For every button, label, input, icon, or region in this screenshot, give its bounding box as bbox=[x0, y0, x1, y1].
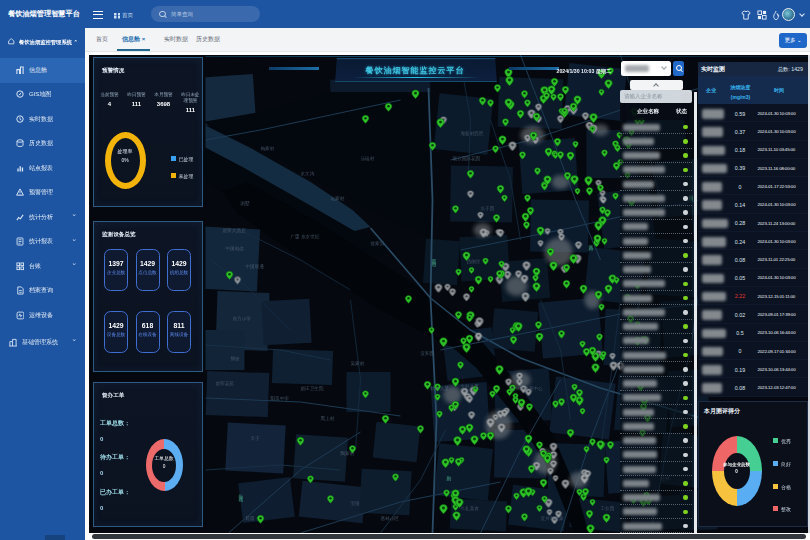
svg-text:闲墅: 闲墅 bbox=[240, 200, 250, 207]
svg-text:宜和园: 宜和园 bbox=[420, 350, 434, 357]
svg-text:广厦 东水世纪: 广厦 东水世纪 bbox=[290, 233, 319, 240]
svg-text:宜兴市蒋家: 宜兴市蒋家 bbox=[540, 516, 563, 521]
svg-text:交科大厦: 交科大厦 bbox=[460, 383, 479, 390]
svg-text:基林小区: 基林小区 bbox=[380, 516, 399, 521]
svg-text:钢唐: 钢唐 bbox=[230, 355, 240, 362]
svg-text:软件大厦: 软件大厦 bbox=[430, 385, 449, 392]
svg-text:延阳: 延阳 bbox=[244, 515, 254, 522]
svg-text:新庄卫生院: 新庄卫生院 bbox=[300, 385, 323, 392]
svg-text:宝塔: 宝塔 bbox=[350, 501, 360, 506]
svg-text:宜兴市体育中心: 宜兴市体育中心 bbox=[510, 386, 543, 391]
svg-text:陶家村: 陶家村 bbox=[340, 450, 354, 457]
svg-text:工业园: 工业园 bbox=[600, 505, 614, 512]
svg-text:天子: 天子 bbox=[250, 436, 260, 441]
svg-text:中国联通: 中国联通 bbox=[245, 263, 264, 270]
